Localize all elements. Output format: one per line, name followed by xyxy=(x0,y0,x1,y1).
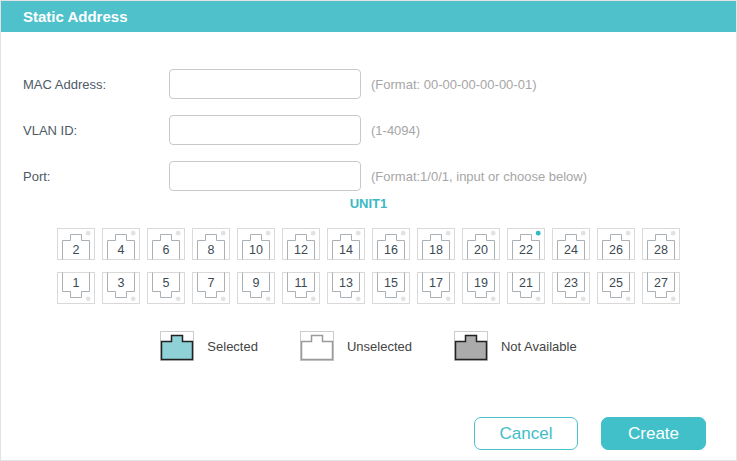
port-1[interactable]: 1 xyxy=(57,272,95,304)
vlan-id-label: VLAN ID: xyxy=(23,123,77,138)
svg-text:25: 25 xyxy=(609,276,623,290)
svg-text:23: 23 xyxy=(564,276,578,290)
vlan-id-row: VLAN ID: (1-4094) xyxy=(1,115,736,145)
svg-text:17: 17 xyxy=(429,276,443,290)
dialog-title: Static Address xyxy=(1,1,736,32)
svg-text:16: 16 xyxy=(384,243,398,257)
svg-text:18: 18 xyxy=(429,243,443,257)
mac-address-input[interactable] xyxy=(169,69,361,99)
port-4[interactable]: 4 xyxy=(102,228,140,260)
legend-item-not-available: Not Available xyxy=(454,331,577,361)
svg-text:3: 3 xyxy=(118,276,125,290)
mac-address-hint: (Format: 00-00-00-00-00-01) xyxy=(371,77,536,92)
svg-text:7: 7 xyxy=(208,276,215,290)
port-hint: (Format:1/0/1, input or choose below) xyxy=(371,169,587,184)
svg-text:1: 1 xyxy=(73,276,80,290)
port-grid-row-odd: 13579111315171921232527 xyxy=(1,272,736,304)
svg-text:15: 15 xyxy=(384,276,398,290)
svg-text:8: 8 xyxy=(208,243,215,257)
port-3[interactable]: 3 xyxy=(102,272,140,304)
port-row: Port: (Format:1/0/1, input or choose bel… xyxy=(1,161,736,191)
svg-text:2: 2 xyxy=(73,243,80,257)
svg-text:28: 28 xyxy=(654,243,668,257)
port-20[interactable]: 20 xyxy=(462,228,500,260)
svg-text:12: 12 xyxy=(294,243,308,257)
svg-text:19: 19 xyxy=(474,276,488,290)
port-17[interactable]: 17 xyxy=(417,272,455,304)
svg-text:24: 24 xyxy=(564,243,578,257)
unit-label: UNIT1 xyxy=(1,196,736,211)
legend-label-selected: Selected xyxy=(207,339,258,354)
selected-port-icon xyxy=(160,331,194,361)
port-2[interactable]: 2 xyxy=(57,228,95,260)
unselected-port-icon xyxy=(300,331,334,361)
port-19[interactable]: 19 xyxy=(462,272,500,304)
port-7[interactable]: 7 xyxy=(192,272,230,304)
svg-text:11: 11 xyxy=(295,276,308,290)
svg-text:27: 27 xyxy=(654,276,668,290)
not-available-port-icon xyxy=(454,331,488,361)
svg-text:6: 6 xyxy=(163,243,170,257)
port-legend: Selected Unselected Not Available xyxy=(1,331,736,361)
svg-text:4: 4 xyxy=(118,243,125,257)
create-button[interactable]: Create xyxy=(601,417,706,450)
port-14[interactable]: 14 xyxy=(327,228,365,260)
port-28[interactable]: 28 xyxy=(642,228,680,260)
port-18[interactable]: 18 xyxy=(417,228,455,260)
legend-item-unselected: Unselected xyxy=(300,331,412,361)
port-27[interactable]: 27 xyxy=(642,272,680,304)
mac-address-label: MAC Address: xyxy=(23,77,106,92)
svg-text:13: 13 xyxy=(339,276,353,290)
svg-text:9: 9 xyxy=(253,276,260,290)
mac-address-row: MAC Address: (Format: 00-00-00-00-00-01) xyxy=(1,69,736,99)
port-21[interactable]: 21 xyxy=(507,272,545,304)
port-label: Port: xyxy=(23,169,50,184)
svg-text:26: 26 xyxy=(609,243,623,257)
legend-label-not-available: Not Available xyxy=(501,339,577,354)
port-12[interactable]: 12 xyxy=(282,228,320,260)
port-6[interactable]: 6 xyxy=(147,228,185,260)
svg-text:20: 20 xyxy=(474,243,488,257)
static-address-dialog: Static Address MAC Address: (Format: 00-… xyxy=(0,0,737,461)
port-5[interactable]: 5 xyxy=(147,272,185,304)
legend-item-selected: Selected xyxy=(160,331,258,361)
port-23[interactable]: 23 xyxy=(552,272,590,304)
port-9[interactable]: 9 xyxy=(237,272,275,304)
vlan-id-input[interactable] xyxy=(169,115,361,145)
vlan-id-hint: (1-4094) xyxy=(371,123,420,138)
port-13[interactable]: 13 xyxy=(327,272,365,304)
port-grid-row-even: 246810121416182022242628 xyxy=(1,228,736,260)
port-26[interactable]: 26 xyxy=(597,228,635,260)
cancel-button[interactable]: Cancel xyxy=(474,417,578,450)
port-11[interactable]: 11 xyxy=(282,272,320,304)
svg-text:21: 21 xyxy=(519,276,533,290)
port-24[interactable]: 24 xyxy=(552,228,590,260)
svg-text:14: 14 xyxy=(339,243,353,257)
svg-text:5: 5 xyxy=(163,276,170,290)
port-22[interactable]: 22 xyxy=(507,228,545,260)
port-10[interactable]: 10 xyxy=(237,228,275,260)
svg-text:22: 22 xyxy=(519,243,533,257)
port-16[interactable]: 16 xyxy=(372,228,410,260)
port-15[interactable]: 15 xyxy=(372,272,410,304)
svg-text:10: 10 xyxy=(249,243,263,257)
legend-label-unselected: Unselected xyxy=(347,339,412,354)
port-8[interactable]: 8 xyxy=(192,228,230,260)
port-25[interactable]: 25 xyxy=(597,272,635,304)
port-input[interactable] xyxy=(169,161,361,191)
